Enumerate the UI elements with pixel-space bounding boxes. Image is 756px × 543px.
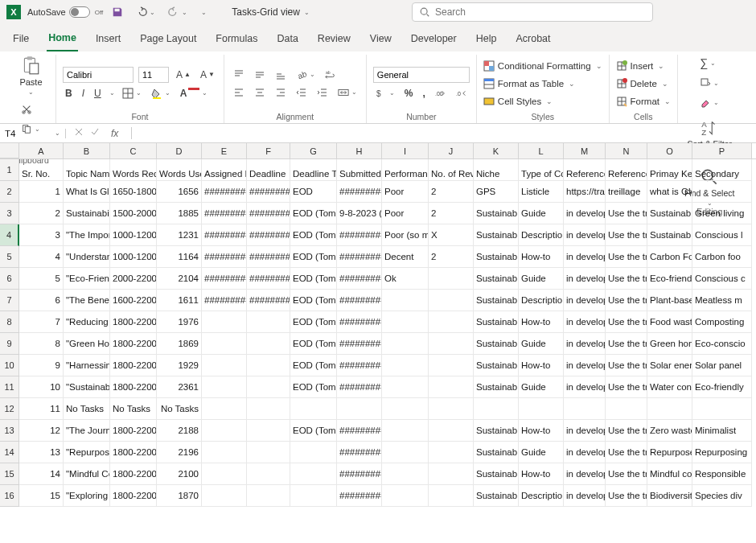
cell[interactable]: "Repurposing <box>64 442 110 463</box>
cell[interactable] <box>429 442 474 463</box>
cell[interactable]: Description <box>519 290 564 311</box>
cell[interactable]: EOD (Tomorrow) <box>290 224 337 246</box>
cell[interactable]: Sustainability <box>474 376 519 398</box>
cell[interactable]: Use the tre <box>606 268 647 290</box>
cell[interactable]: Minimalist <box>692 420 752 442</box>
cell[interactable]: 9 <box>19 355 64 376</box>
cell[interactable]: 1870 <box>157 485 202 507</box>
cell[interactable]: treillage <box>606 181 647 203</box>
cell[interactable] <box>202 420 247 442</box>
cell[interactable]: Listicle <box>519 181 564 203</box>
cell[interactable] <box>290 398 337 420</box>
tab-formulas[interactable]: Formulas <box>214 30 259 51</box>
cell[interactable] <box>382 355 429 376</box>
column-header[interactable]: O <box>647 143 692 158</box>
cell[interactable]: Use the tre <box>606 311 647 333</box>
cell[interactable]: ######### <box>202 203 247 224</box>
cell[interactable]: "The Journey <box>64 420 110 442</box>
cell[interactable]: "Green Home <box>64 333 110 355</box>
cell[interactable]: No Tasks <box>157 398 202 420</box>
row-header[interactable]: 15 <box>0 463 19 485</box>
clear-button[interactable]: ⌄ <box>697 95 721 109</box>
cell[interactable]: EOD (Tomorrow) <box>290 203 337 224</box>
tab-insert[interactable]: Insert <box>94 30 122 51</box>
cell[interactable]: 1164 <box>157 246 202 268</box>
cell[interactable]: Poor <box>382 203 429 224</box>
bold-button[interactable]: B <box>63 86 75 101</box>
cell[interactable] <box>247 333 290 355</box>
font-color-button[interactable]: A⌄ <box>178 86 211 101</box>
cell[interactable]: in development <box>564 442 606 463</box>
cell[interactable] <box>247 311 290 333</box>
cell[interactable] <box>202 485 247 507</box>
column-header[interactable]: A <box>19 143 64 158</box>
cell[interactable]: Ok <box>382 268 429 290</box>
cell[interactable]: Water conservation <box>647 376 692 398</box>
cell[interactable] <box>692 398 752 420</box>
cell[interactable] <box>519 398 564 420</box>
cell[interactable]: EOD <box>290 181 337 203</box>
cell[interactable]: ######### <box>202 268 247 290</box>
row-header[interactable]: 11 <box>0 376 19 398</box>
cell[interactable]: Sustainability <box>474 463 519 485</box>
cell[interactable]: "Mindful Consumption <box>64 463 110 485</box>
align-left-button[interactable] <box>231 85 247 100</box>
cell[interactable]: ######### <box>247 268 290 290</box>
cell[interactable]: in development <box>564 376 606 398</box>
row-header[interactable]: 13 <box>0 420 19 442</box>
cell[interactable] <box>429 376 474 398</box>
header-cell[interactable]: Reference link <box>564 159 606 181</box>
cell[interactable] <box>606 398 647 420</box>
orientation-button[interactable]: ab⌄ <box>294 68 318 82</box>
cell[interactable]: 13 <box>19 442 64 463</box>
cell[interactable]: 1800-2200 <box>110 442 157 463</box>
cell[interactable]: Decent <box>382 246 429 268</box>
cell[interactable]: Zero waste <box>647 420 692 442</box>
cell[interactable]: https://tra <box>564 181 606 203</box>
cell[interactable]: Responsible <box>692 463 752 485</box>
cell[interactable]: ######### <box>337 463 382 485</box>
align-center-button[interactable] <box>252 85 268 100</box>
cell[interactable]: ######### <box>202 246 247 268</box>
cell[interactable] <box>247 355 290 376</box>
conditional-formatting-button[interactable]: Conditional Formatting <box>483 59 602 73</box>
toggle-icon[interactable] <box>69 6 90 18</box>
cell[interactable] <box>382 311 429 333</box>
cell[interactable] <box>202 442 247 463</box>
cell[interactable]: 1650-1800 <box>110 181 157 203</box>
row-header[interactable]: 3 <box>0 203 19 224</box>
redo-button[interactable]: ⌄ <box>166 5 190 19</box>
cell[interactable]: How-to <box>519 420 564 442</box>
cell[interactable] <box>247 420 290 442</box>
accounting-format-button[interactable]: $⌄ <box>373 86 397 101</box>
cell[interactable]: EOD (Tomorrow) <box>290 311 337 333</box>
cell[interactable] <box>202 333 247 355</box>
cell[interactable]: Use the tre <box>606 333 647 355</box>
cell[interactable] <box>429 268 474 290</box>
tab-file[interactable]: File <box>11 30 31 51</box>
cell[interactable]: How-to <box>519 246 564 268</box>
search-input[interactable]: Search <box>412 2 653 22</box>
cell[interactable]: 12 <box>19 420 64 442</box>
cell[interactable] <box>429 398 474 420</box>
cell[interactable]: "Harnessing <box>64 355 110 376</box>
header-cell[interactable]: Submitted <box>337 159 382 181</box>
cell[interactable]: 2 <box>429 246 474 268</box>
cell[interactable]: Sustainability <box>474 203 519 224</box>
cell[interactable]: Guide <box>519 442 564 463</box>
cell[interactable]: EOD (Tomorrow) <box>290 376 337 398</box>
cell[interactable]: in development <box>564 333 606 355</box>
undo-button[interactable]: ⌄ <box>134 5 158 19</box>
delete-cells-button[interactable]: Delete <box>616 76 671 91</box>
cell-styles-button[interactable]: Cell Styles <box>483 94 602 109</box>
header-cell[interactable]: Performance <box>382 159 429 181</box>
row-header[interactable]: 10 <box>0 355 19 376</box>
cell[interactable]: Meatless m <box>692 290 752 311</box>
cell[interactable]: Sustainability <box>474 246 519 268</box>
cell[interactable]: 1800-2200 <box>110 376 157 398</box>
cell[interactable]: Green living <box>692 203 752 224</box>
cell[interactable]: EOD (Tomorrow) <box>290 333 337 355</box>
cell[interactable]: 1800-2200 <box>110 485 157 507</box>
cell[interactable]: 9-8-2023 (2 <box>337 203 382 224</box>
tab-home[interactable]: Home <box>47 29 78 51</box>
